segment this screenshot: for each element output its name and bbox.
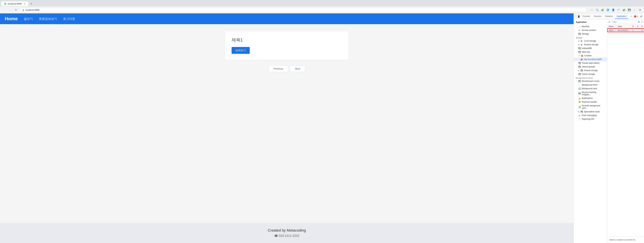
sidebar-item-local-storage[interactable]: ▶ ▦ Local storage: [574, 39, 607, 43]
expand-icon2: ▶: [578, 44, 580, 46]
nav-logout[interactable]: 로그아웃: [63, 17, 75, 21]
bounce-icon: 💾: [578, 92, 581, 94]
pagination: Previous Next: [10, 60, 564, 77]
globe-btn[interactable]: 🌐: [606, 8, 610, 12]
save-btn[interactable]: 💾: [627, 8, 632, 12]
previous-button[interactable]: Previous: [268, 66, 288, 72]
sidebar-item-cookies[interactable]: ▼ 🍪 Cookies: [574, 54, 607, 58]
shield-btn[interactable]: 🛡: [616, 8, 621, 12]
sidebar-item-push[interactable]: ☁ Push messaging: [574, 114, 607, 117]
service-workers-icon: ⚙: [578, 29, 581, 31]
sidebar-item-speculative[interactable]: ▶ 💾 Speculative loads: [574, 110, 607, 114]
sidebar-item-bf-cache[interactable]: 💾 Back/forward cache: [574, 79, 607, 83]
address-bar[interactable]: 🔒 localhost:8080: [20, 8, 587, 12]
storage-section-label: Storage: [574, 36, 607, 39]
browser-chrome: 🌐 localhost:8080 ✕ + ← → ↻ 🔒 localhost:8…: [0, 0, 644, 14]
tab-favicon: 🌐: [4, 3, 6, 5]
tab-close[interactable]: ✕: [24, 2, 26, 5]
local-storage-icon: ▦: [580, 40, 583, 42]
sidebar-item-session-storage[interactable]: ▶ ▦ Session storage: [574, 43, 607, 46]
sidebar-item-web-sql[interactable]: 💾 Web SQL: [574, 50, 607, 54]
shared-storage-icon: 💾: [580, 70, 583, 72]
new-tab-btn[interactable]: +: [29, 1, 34, 6]
payment-icon: 💳: [578, 101, 581, 103]
tab-application[interactable]: Application: [615, 14, 628, 19]
expand-icon: ▶: [578, 40, 580, 42]
manifest-icon: 📄: [578, 26, 581, 28]
nav-profile[interactable]: 회원정보보기: [39, 17, 57, 21]
forward-button[interactable]: →: [8, 8, 12, 12]
devtools-sidebar: Application 📄 Manifest ⚙ Service workers…: [574, 20, 607, 243]
browser-actions: ☆ 🔍 🧩 🌐 👤 🛡 🧩 💾 ⋮ ⚙: [589, 8, 642, 12]
sidebar-item-periodic-sync[interactable]: 🔄 Periodic background sync...: [574, 104, 607, 110]
detail-button[interactable]: 상세보기: [232, 47, 250, 54]
zoom-btn[interactable]: 🔍: [595, 8, 600, 12]
site-brand: Home: [5, 16, 18, 22]
sidebar-item-payment[interactable]: 💳 Payment handler: [574, 100, 607, 104]
sidebar-item-bg-fetch[interactable]: ↕ Background fetch: [574, 83, 607, 87]
cell-value: A572343224...: [616, 28, 631, 32]
menu-btn[interactable]: ⋮: [632, 8, 637, 12]
shared-expand-icon: ▶: [578, 70, 580, 71]
speculative-expand-icon: ▶: [578, 111, 580, 112]
cell-name: JSES...: [607, 28, 616, 32]
browser-controls: ← → ↻ 🔒 localhost:8080 ☆ 🔍 🧩 🌐 👤 🛡 🧩 💾 ⋮…: [0, 6, 644, 13]
sidebar-item-shared-storage[interactable]: ▶ 💾 Shared storage: [574, 68, 607, 72]
sidebar-item-bounce-tracking[interactable]: 💾 Bounce tracking mitigatio...: [574, 90, 607, 96]
devtools-settings-btn[interactable]: ⚙: [639, 14, 644, 19]
bg-sync-icon: 🔄: [578, 88, 581, 90]
cache-storage-icon: 💾: [578, 73, 581, 75]
col-p: P: [636, 24, 640, 28]
post-card: 제목1 상세보기: [225, 31, 349, 60]
next-button[interactable]: Next: [290, 66, 305, 72]
devtools-panel: ⬚ 📱 Console Sources Network Application …: [574, 14, 644, 243]
back-button[interactable]: ←: [2, 8, 6, 12]
tab-more[interactable]: »: [629, 14, 634, 19]
devtools-content: ⟳ 🗑 ✕ Only sho... Name Value: [607, 20, 644, 243]
table-row[interactable]: JSES... A572343224... l... S. 4... ✓: [607, 28, 644, 32]
sidebar-item-interest-groups[interactable]: 💾 Interest groups: [574, 65, 607, 68]
sidebar-item-notifications[interactable]: 🔔 Notifications: [574, 96, 607, 100]
col-d: D: [631, 24, 636, 28]
indexeddb-icon: 💾: [578, 47, 581, 50]
profile-btn[interactable]: 👤: [611, 8, 616, 12]
refresh-button[interactable]: ⟳: [608, 20, 610, 24]
sidebar-item-service-workers[interactable]: ⚙ Service workers: [574, 28, 607, 32]
devtools-inspect-btn[interactable]: ⬚: [575, 14, 577, 19]
speculative-icon: 💾: [580, 111, 583, 113]
devtools-toolbar: ⬚ 📱 Console Sources Network Application …: [574, 14, 644, 20]
reload-button[interactable]: ↻: [14, 8, 18, 12]
app-section-header: Application: [574, 20, 607, 25]
tab-console[interactable]: Console: [581, 14, 592, 19]
sidebar-item-bg-sync[interactable]: 🔄 Background sync: [574, 87, 607, 90]
private-tokens-icon: 💾: [578, 62, 581, 64]
bf-cache-icon: 💾: [578, 80, 581, 82]
push-icon: ☁: [578, 114, 581, 116]
sidebar-item-private-tokens[interactable]: 💾 Private state tokens: [574, 61, 607, 65]
sidebar-item-cookie-url[interactable]: 🍪 http://localhost:8080: [574, 58, 607, 61]
tab-network[interactable]: Network: [604, 14, 614, 19]
table-header-row: Name Value D P E. S. H S. S. P.: [607, 24, 644, 28]
bg-section-label: Background services: [574, 76, 607, 79]
close-filter-button[interactable]: ✕: [641, 21, 643, 23]
clear-filter-button[interactable]: 🗑: [638, 21, 640, 23]
filter-input[interactable]: [612, 20, 637, 24]
site-footer: Created by Metacoding ☎ 010-1111-2222: [0, 223, 574, 243]
settings-btn[interactable]: ⚙: [638, 8, 642, 12]
sidebar-item-cache-storage[interactable]: 💾 Cache storage: [574, 72, 607, 76]
sidebar-item-indexeddb[interactable]: 💾 IndexedDB: [574, 46, 607, 50]
nav-write[interactable]: 글쓰기: [24, 17, 33, 21]
bookmark-btn[interactable]: ☆: [589, 8, 594, 12]
devtools-device-btn[interactable]: 📱: [578, 14, 580, 19]
cookie-table: Name Value D P E. S. H S. S. P.: [607, 24, 644, 32]
cell-e: S. 4...: [640, 28, 644, 32]
extensions-btn[interactable]: 🧩: [600, 8, 605, 12]
sidebar-item-manifest[interactable]: 📄 Manifest: [574, 25, 607, 28]
sidebar-item-reporting[interactable]: 📄 Reporting API: [574, 117, 607, 121]
content-area: 제목1 상세보기 Previous Next: [0, 24, 574, 223]
lock-icon: 🔒: [22, 9, 24, 11]
tab-sources[interactable]: Sources: [592, 14, 603, 19]
sidebar-item-storage[interactable]: 💾 Storage: [574, 32, 607, 36]
puzzle-btn[interactable]: 🧩: [622, 8, 626, 12]
cell-d: l...: [631, 28, 636, 32]
